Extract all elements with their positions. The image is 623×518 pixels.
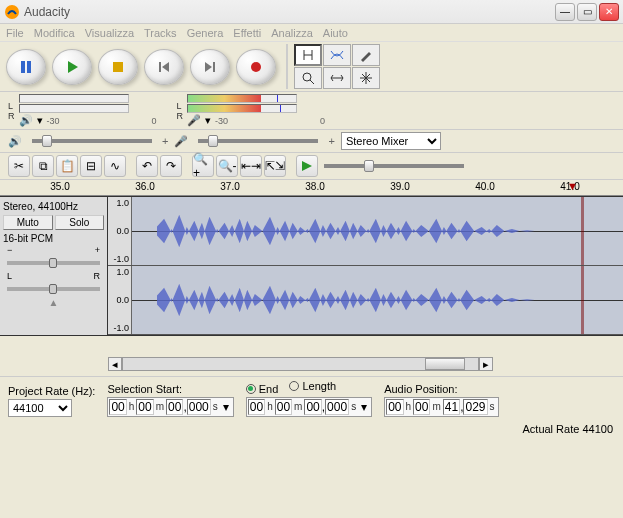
input-device-select[interactable]: Stereo Mixer <box>341 132 441 150</box>
svg-line-11 <box>310 80 314 84</box>
menu-file[interactable]: File <box>6 27 24 39</box>
mic-icon: 🎤 <box>187 114 201 127</box>
edit-toolbar: ✂ ⧉ 📋 ⊟ ∿ ↶ ↷ 🔍+ 🔍- ⇤⇥ ⇱⇲ <box>0 153 623 180</box>
transport-row <box>0 42 623 92</box>
scrollbar-track[interactable] <box>122 357 479 371</box>
mic-icon: 🎤 <box>174 135 188 148</box>
maximize-button[interactable]: ▭ <box>577 3 597 21</box>
fit-project-button[interactable]: ⇱⇲ <box>264 155 286 177</box>
menu-tracks[interactable]: Tracks <box>144 27 177 39</box>
menu-edit[interactable]: Modifica <box>34 27 75 39</box>
playhead-marker: ▼ <box>567 180 578 192</box>
speaker-icon: 🔊 <box>19 114 33 127</box>
copy-button[interactable]: ⧉ <box>32 155 54 177</box>
skip-start-button[interactable] <box>144 49 184 85</box>
trim-button[interactable]: ⊟ <box>80 155 102 177</box>
menu-view[interactable]: Visualizza <box>85 27 134 39</box>
menu-analyze[interactable]: Analizza <box>271 27 313 39</box>
zoom-in-button[interactable]: 🔍+ <box>192 155 214 177</box>
collapse-track[interactable]: ▲ <box>3 297 104 308</box>
menu-help[interactable]: Aiuto <box>323 27 348 39</box>
input-volume-slider[interactable] <box>198 139 318 143</box>
skip-end-button[interactable] <box>190 49 230 85</box>
play-button[interactable] <box>52 49 92 85</box>
footer-rate: Actual Rate 44100 <box>0 420 623 438</box>
undo-button[interactable]: ↶ <box>136 155 158 177</box>
svg-rect-4 <box>113 62 123 72</box>
track-format: 16-bit PCM <box>3 233 104 244</box>
envelope-tool[interactable] <box>323 44 351 66</box>
selection-end-time[interactable]: 00h 00m 00, 000s ▾ <box>246 397 372 417</box>
end-radio[interactable]: End <box>246 383 279 395</box>
fit-selection-button[interactable]: ⇤⇥ <box>240 155 262 177</box>
solo-button[interactable]: Solo <box>55 215 105 230</box>
svg-rect-5 <box>159 62 161 72</box>
zoom-out-button[interactable]: 🔍- <box>216 155 238 177</box>
svg-marker-7 <box>205 62 212 72</box>
selection-start-time[interactable]: 00h 00m 00, 000s ▾ <box>107 397 233 417</box>
playback-meter: LR 🔊 ▾ -300 <box>8 94 157 127</box>
tool-palette <box>286 44 380 89</box>
meters-row: LR 🔊 ▾ -300 LR 🎤 ▾ -300 <box>0 92 623 130</box>
timeshift-tool[interactable] <box>323 67 351 89</box>
zoom-tool[interactable] <box>294 67 322 89</box>
length-radio[interactable]: Length <box>289 380 336 392</box>
output-volume-slider[interactable] <box>32 139 152 143</box>
time-format-menu[interactable]: ▾ <box>358 400 370 414</box>
scrollbar-thumb[interactable] <box>425 358 465 370</box>
speaker-icon: 🔊 <box>8 135 22 148</box>
rec-meter-menu[interactable]: ▾ <box>205 114 211 127</box>
titlebar: Audacity — ▭ ✕ <box>0 0 623 24</box>
timeline-ruler[interactable]: 35.0 36.0 37.0 38.0 39.0 40.0 41.0 ▼ <box>0 180 623 196</box>
selection-tool[interactable] <box>294 44 322 66</box>
menu-generate[interactable]: Genera <box>187 27 224 39</box>
svg-rect-8 <box>213 62 215 72</box>
project-rate-select[interactable]: 44100 <box>8 399 72 417</box>
play-at-speed-button[interactable] <box>296 155 318 177</box>
close-button[interactable]: ✕ <box>599 3 619 21</box>
svg-marker-3 <box>68 61 78 73</box>
track-area: Stereo, 44100Hz Muto Solo 16-bit PCM −+ … <box>0 196 623 336</box>
pause-button[interactable] <box>6 49 46 85</box>
project-rate-label: Project Rate (Hz): <box>8 385 95 397</box>
minimize-button[interactable]: — <box>555 3 575 21</box>
gain-slider[interactable] <box>7 261 100 265</box>
menu-effects[interactable]: Effetti <box>233 27 261 39</box>
play-speed-slider[interactable] <box>324 164 464 168</box>
track-control-panel: Stereo, 44100Hz Muto Solo 16-bit PCM −+ … <box>0 197 108 335</box>
scroll-left-button[interactable]: ◂ <box>108 357 122 371</box>
cut-button[interactable]: ✂ <box>8 155 30 177</box>
track-title: Stereo, 44100Hz <box>3 201 104 212</box>
time-format-menu[interactable]: ▾ <box>220 400 232 414</box>
horizontal-scroll: ◂ ▸ <box>0 356 623 372</box>
svg-marker-6 <box>162 62 169 72</box>
play-meter-menu[interactable]: ▾ <box>37 114 43 127</box>
svg-rect-2 <box>27 61 31 73</box>
silence-button[interactable]: ∿ <box>104 155 126 177</box>
stop-button[interactable] <box>98 49 138 85</box>
paste-button[interactable]: 📋 <box>56 155 78 177</box>
svg-rect-1 <box>21 61 25 73</box>
draw-tool[interactable] <box>352 44 380 66</box>
multi-tool[interactable] <box>352 67 380 89</box>
app-icon <box>4 4 20 20</box>
audio-position-time: 00h 00m 41, 029s <box>384 397 498 417</box>
channel-left: 1.00.0-1.0 <box>108 197 623 266</box>
mixer-row: 🔊 + 🎤 + Stereo Mixer <box>0 130 623 153</box>
svg-point-9 <box>251 62 261 72</box>
record-button[interactable] <box>236 49 276 85</box>
record-meter: LR 🎤 ▾ -300 <box>177 94 326 127</box>
menubar: File Modifica Visualizza Tracks Genera E… <box>0 24 623 42</box>
redo-button[interactable]: ↷ <box>160 155 182 177</box>
pan-slider[interactable] <box>7 287 100 291</box>
scroll-right-button[interactable]: ▸ <box>479 357 493 371</box>
channel-right: 1.00.0-1.0 <box>108 266 623 335</box>
mute-button[interactable]: Muto <box>3 215 53 230</box>
audio-position-label: Audio Position: <box>384 383 498 395</box>
status-bar: Project Rate (Hz): 44100 Selection Start… <box>0 376 623 420</box>
svg-point-10 <box>303 73 311 81</box>
window-title: Audacity <box>24 5 555 19</box>
waveform-area[interactable]: 1.00.0-1.0 1.00.0-1.0 <box>108 197 623 335</box>
selection-start-label: Selection Start: <box>107 383 233 395</box>
svg-marker-12 <box>302 161 312 171</box>
